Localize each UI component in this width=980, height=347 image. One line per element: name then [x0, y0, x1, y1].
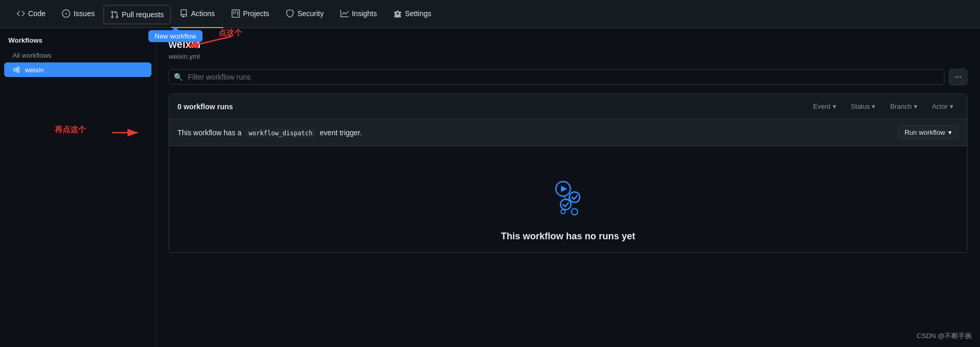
sidebar-item-weixin[interactable]: weixin — [4, 62, 151, 77]
svg-point-14 — [561, 210, 565, 214]
main-content: weixin weixin.yml 🔍 ··· 0 workflow runs — [156, 28, 980, 347]
runs-header: 0 workflow runs Event ▾ Status ▾ Branch — [169, 94, 967, 119]
sidebar-section-title: Workflows — [0, 36, 156, 48]
svg-point-15 — [571, 209, 578, 215]
new-workflow-label: New workflow — [155, 32, 196, 40]
workflows-label: Workflows — [8, 36, 43, 44]
workflow-title: weixin — [169, 38, 968, 50]
nav-actions-label: Actions — [191, 9, 215, 18]
new-workflow-tooltip[interactable]: New workflow — [148, 30, 202, 42]
nav-insights[interactable]: Insights — [332, 0, 385, 28]
dispatch-banner: This workflow has a workflow_dispatch ev… — [169, 119, 967, 146]
nav-code[interactable]: Code — [8, 0, 54, 28]
branch-label: Branch — [890, 102, 911, 110]
svg-point-11 — [561, 199, 571, 210]
search-icon: 🔍 — [174, 73, 183, 81]
empty-state-title: This workflow has no runs yet — [501, 231, 635, 242]
dispatch-code: workflow_dispatch — [246, 128, 316, 138]
weixin-label: weixin — [25, 66, 44, 74]
nav-settings-label: Settings — [405, 9, 431, 18]
nav-pull-requests[interactable]: Pull requests — [103, 5, 171, 24]
projects-icon — [232, 9, 240, 18]
all-workflows-label: All workflows — [12, 52, 52, 59]
nav-issues[interactable]: Issues — [54, 0, 103, 28]
nav-projects-label: Projects — [243, 9, 270, 18]
nav-pr-label: Pull requests — [122, 10, 164, 19]
nav-actions[interactable]: Actions — [171, 0, 223, 28]
run-workflow-label: Run workflow — [905, 128, 945, 136]
nav-issues-label: Issues — [73, 9, 94, 18]
pr-icon — [110, 10, 119, 19]
svg-marker-9 — [561, 186, 567, 192]
nav-insights-label: Insights — [352, 9, 377, 18]
watermark: CSDN @不断手腕 — [917, 331, 972, 341]
status-label: Status — [851, 102, 870, 110]
security-icon — [286, 9, 294, 18]
filter-branch[interactable]: Branch ▾ — [885, 100, 922, 112]
filter-status[interactable]: Status ▾ — [846, 100, 881, 112]
workflow-icon — [12, 66, 21, 74]
filter-input-wrap: 🔍 — [169, 69, 945, 85]
filter-actor[interactable]: Actor ▾ — [927, 100, 959, 112]
insights-icon — [340, 9, 349, 18]
issues-icon — [62, 9, 70, 18]
more-options-button[interactable]: ··· — [949, 69, 968, 85]
filter-bar: 🔍 ··· — [169, 69, 968, 85]
nav-security[interactable]: Security — [277, 0, 332, 28]
watermark-text: CSDN @不断手腕 — [917, 332, 972, 340]
run-workflow-button[interactable]: Run workflow ▾ — [898, 125, 959, 139]
svg-point-10 — [569, 192, 580, 202]
svg-point-4 — [17, 67, 19, 69]
svg-line-6 — [17, 69, 18, 69]
sidebar: Workflows All workflows weixin — [0, 28, 156, 347]
event-chevron: ▾ — [833, 102, 836, 110]
sidebar-item-all-workflows[interactable]: All workflows — [4, 48, 151, 62]
nav-code-label: Code — [28, 9, 45, 18]
nav-projects[interactable]: Projects — [223, 0, 278, 28]
filter-event[interactable]: Event ▾ — [808, 100, 841, 112]
status-chevron: ▾ — [872, 102, 875, 110]
dispatch-text: This workflow has a workflow_dispatch ev… — [177, 128, 362, 137]
actor-chevron: ▾ — [950, 102, 953, 110]
main-layout: Workflows All workflows weixin weixin — [0, 28, 980, 347]
actor-label: Actor — [932, 102, 948, 110]
filter-input[interactable] — [169, 69, 945, 85]
nav-settings[interactable]: Settings — [385, 0, 440, 28]
top-navigation: Code Issues Pull requests Actions Projec… — [0, 0, 980, 28]
empty-state-icon — [548, 177, 589, 221]
settings-icon — [393, 9, 402, 18]
event-label: Event — [813, 102, 830, 110]
workflow-header: weixin weixin.yml — [169, 38, 968, 60]
svg-point-5 — [17, 70, 19, 72]
runs-filters: Event ▾ Status ▾ Branch ▾ Actor — [808, 100, 959, 112]
svg-point-3 — [14, 69, 17, 71]
actions-icon — [180, 9, 188, 18]
run-workflow-chevron: ▾ — [948, 128, 952, 136]
svg-line-7 — [17, 70, 18, 71]
runs-count: 0 workflow runs — [177, 102, 233, 111]
workflow-file: weixin.yml — [169, 53, 968, 60]
code-icon — [17, 9, 25, 18]
dispatch-text-after: event trigger. — [320, 128, 362, 137]
runs-table: 0 workflow runs Event ▾ Status ▾ Branch — [169, 94, 968, 253]
nav-security-label: Security — [297, 9, 324, 18]
empty-state: This workflow has no runs yet — [169, 146, 967, 252]
branch-chevron: ▾ — [914, 102, 918, 110]
dispatch-text-before: This workflow has a — [177, 128, 241, 137]
